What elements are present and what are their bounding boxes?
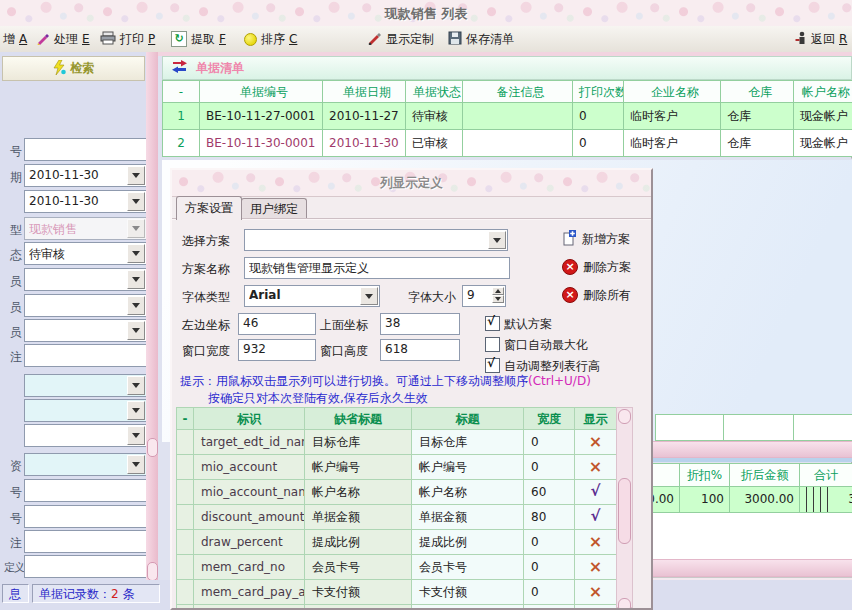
window-width-input[interactable]: 932 <box>238 339 316 361</box>
chevron-down-icon[interactable] <box>127 270 145 289</box>
auto-row-height-checkbox[interactable]: √ <box>485 358 500 373</box>
table-row[interactable]: 2 BE-10-11-30-0001 2010-11-30 已审核 0 临时客户… <box>162 130 852 157</box>
chevron-down-icon[interactable] <box>127 244 145 263</box>
chevron-down-icon[interactable] <box>360 287 378 305</box>
column-def-row[interactable]: mio_account_nam 帐户名称 帐户名称 60 √ <box>176 480 616 505</box>
font-type-combo[interactable]: Arial <box>244 285 380 307</box>
filter-combo-3[interactable] <box>24 424 147 447</box>
date-from-combo[interactable]: 2010-11-30 <box>24 164 147 187</box>
doc-no-input[interactable] <box>24 138 147 161</box>
column-def-row[interactable]: target_edt_id_nam 目标仓库 目标仓库 0 × <box>176 430 616 455</box>
date-to-combo[interactable]: 2010-11-30 <box>24 190 147 213</box>
column-header[interactable]: 单据日期 <box>323 80 406 103</box>
select-scheme-combo[interactable] <box>244 229 508 251</box>
left-coord-input[interactable]: 46 <box>238 313 316 335</box>
operator-combo-2[interactable] <box>24 294 147 317</box>
show-flag[interactable]: √ <box>575 480 616 505</box>
scheme-name-input[interactable]: 现款销售管理显示定义 <box>244 257 510 279</box>
dialog-titlebar[interactable]: 列显示定义 <box>172 170 651 197</box>
column-header[interactable]: - <box>176 407 194 430</box>
chevron-down-icon[interactable] <box>127 296 145 315</box>
toolbar-button-extract[interactable]: ↻ 提取F <box>171 30 226 48</box>
window-height-input[interactable]: 618 <box>380 339 460 361</box>
delete-scheme-button[interactable]: × 删除方案 <box>562 258 631 276</box>
spin-up-icon[interactable] <box>492 287 504 295</box>
show-flag[interactable]: × <box>575 580 616 605</box>
column-header[interactable]: - <box>162 80 200 103</box>
custom-input[interactable] <box>24 555 147 578</box>
chevron-down-icon[interactable] <box>127 455 145 474</box>
column-def-row[interactable]: draw_percent 提成比例 提成比例 0 × <box>176 530 616 555</box>
auto-maximize-checkbox[interactable] <box>485 337 500 352</box>
tab-user-binding[interactable]: 用户绑定 <box>241 198 307 220</box>
chevron-down-icon[interactable] <box>127 192 145 211</box>
font-size-spinner[interactable]: 9 <box>462 285 506 307</box>
column-def-row[interactable]: mio_account 帐户编号 帐户编号 0 × <box>176 455 616 480</box>
no-input-2[interactable] <box>24 505 147 528</box>
column-header-title[interactable]: 标题 <box>412 407 524 430</box>
add-scheme-button[interactable]: 新增方案 <box>562 230 630 248</box>
column-header[interactable]: 单据状态 <box>406 80 463 103</box>
toolbar-button-save-list[interactable]: 保存清单 <box>448 30 514 48</box>
chevron-down-icon[interactable] <box>127 321 145 340</box>
panel-splitter-bar[interactable] <box>642 441 852 458</box>
toolbar-button-return[interactable]: 返回R <box>794 30 847 48</box>
column-header[interactable]: 仓库 <box>721 80 794 103</box>
doc-status-combo[interactable]: 待审核 <box>24 242 147 265</box>
delete-all-button[interactable]: × 删除所有 <box>562 286 631 304</box>
top-coord-input[interactable]: 38 <box>380 313 460 335</box>
toolbar-button-new[interactable]: 增A <box>3 30 27 48</box>
column-def-row[interactable]: discount_amount 单据金额 单据金额 80 √ <box>176 505 616 530</box>
chevron-down-icon[interactable] <box>127 426 145 445</box>
default-scheme-checkbox[interactable]: √ <box>485 316 500 331</box>
remark-input-2[interactable] <box>24 530 147 553</box>
show-flag[interactable]: × <box>575 605 616 610</box>
operator-combo-1[interactable] <box>24 268 147 291</box>
column-header[interactable]: 企业名称 <box>624 80 721 103</box>
remark-input[interactable] <box>24 344 147 367</box>
chevron-down-icon[interactable] <box>488 231 506 249</box>
show-flag[interactable]: × <box>575 530 616 555</box>
detail-data-row: 0.00 100 3000.00 3 <box>640 487 852 513</box>
column-header-show[interactable]: 显示 <box>575 407 616 430</box>
scroll-up-button[interactable] <box>618 409 631 424</box>
search-button[interactable]: 检索 <box>2 56 145 81</box>
column-header-id[interactable]: 标识 <box>194 407 305 430</box>
column-header[interactable]: 单据编号 <box>200 80 323 103</box>
splitter-thumb[interactable] <box>147 562 158 581</box>
column-def-row[interactable]: mem_card_no 会员卡号 会员卡号 0 × <box>176 555 616 580</box>
column-def-row[interactable]: main_res_id 主物资 主物资 0 × <box>176 605 616 610</box>
chevron-down-icon[interactable] <box>127 401 145 420</box>
show-flag[interactable]: × <box>575 455 616 480</box>
spin-down-icon[interactable] <box>492 295 504 303</box>
chevron-down-icon[interactable] <box>127 166 145 185</box>
material-combo[interactable] <box>24 453 147 476</box>
tab-scheme-settings[interactable]: 方案设置 <box>176 196 242 220</box>
show-flag[interactable]: × <box>575 555 616 580</box>
toolbar-button-sort[interactable]: 排序C <box>244 30 297 48</box>
show-flag[interactable]: × <box>575 430 616 455</box>
toolbar-button-display-customize[interactable]: 显示定制 <box>367 30 434 48</box>
column-header-width[interactable]: 宽度 <box>524 407 575 430</box>
operator-combo-3[interactable] <box>24 319 147 342</box>
toolbar-button-process[interactable]: 处理E <box>36 30 90 48</box>
toolbar-button-new-hotkey: A <box>19 32 27 46</box>
column-header-default-title[interactable]: 缺省标题 <box>305 407 412 430</box>
vertical-splitter[interactable] <box>146 52 158 580</box>
table-row[interactable]: 1 BE-10-11-27-0001 2010-11-27 待审核 0 临时客户… <box>162 103 852 130</box>
column-header[interactable]: 备注信息 <box>463 80 573 103</box>
splitter-thumb[interactable] <box>147 438 158 457</box>
no-input-1[interactable] <box>24 479 147 502</box>
filter-combo-1[interactable] <box>24 374 147 397</box>
panel-splitter-bar[interactable] <box>640 559 852 577</box>
scroll-down-button[interactable] <box>618 598 631 610</box>
column-header[interactable]: 帐户名称 <box>794 80 852 103</box>
column-header[interactable]: 打印次数 <box>573 80 624 103</box>
column-def-row[interactable]: mem_card_pay_a 卡支付额 卡支付额 0 × <box>176 580 616 605</box>
dialog-table-scrollbar[interactable] <box>616 407 633 608</box>
toolbar-button-print[interactable]: 打印P <box>100 30 155 48</box>
filter-combo-2[interactable] <box>24 399 147 422</box>
chevron-down-icon[interactable] <box>127 376 145 395</box>
show-flag[interactable]: √ <box>575 505 616 530</box>
scrollbar-thumb[interactable] <box>618 478 631 544</box>
